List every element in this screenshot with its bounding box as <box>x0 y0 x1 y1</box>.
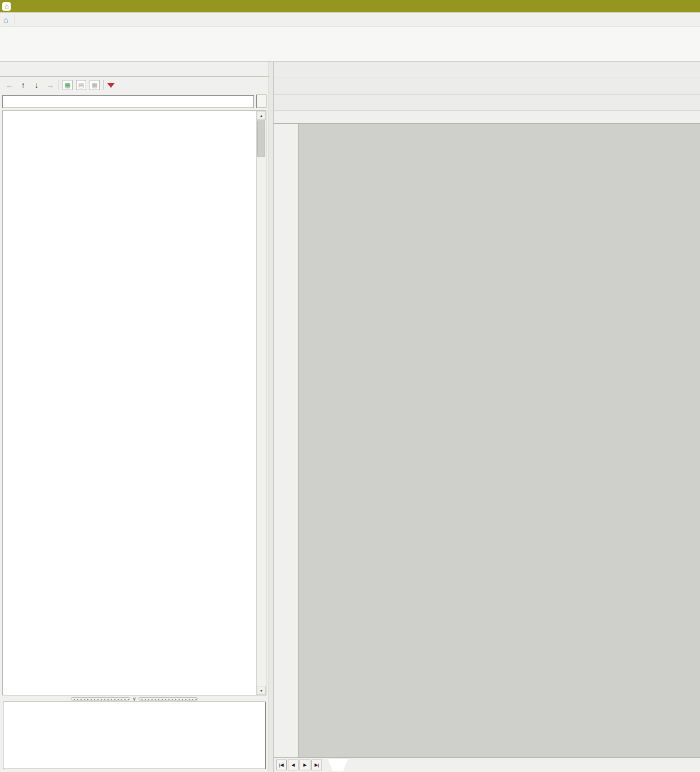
template-tree <box>3 111 256 695</box>
left-panel-tabs <box>0 62 269 77</box>
nav-right-icon[interactable]: → <box>45 81 55 90</box>
tree-container: ▲ ▼ <box>2 110 266 695</box>
example-panel <box>3 702 266 769</box>
home-icon: ⌂ <box>3 15 8 24</box>
example-title <box>3 702 265 705</box>
prev-sheet-icon[interactable]: ◀ <box>288 760 298 770</box>
sheet-panel: |◀ ◀ ▶ ▶| <box>274 62 700 772</box>
first-sheet-icon[interactable]: |◀ <box>276 760 287 770</box>
template-name-box[interactable] <box>2 95 254 108</box>
last-sheet-icon[interactable]: ▶| <box>311 760 322 770</box>
column-headers <box>274 111 700 124</box>
tree-nav-toolbar: ← ↑ ↓ → ▦ ▤ ▦ <box>0 77 269 93</box>
format-toolbar <box>274 62 700 78</box>
nav-separator <box>103 80 104 90</box>
nav-left-icon[interactable]: ← <box>5 81 15 90</box>
sheet-tab-bar: |◀ ◀ ▶ ▶| <box>274 757 700 772</box>
add-table-icon[interactable]: ▦ <box>63 80 73 90</box>
sheet-tab[interactable] <box>328 759 348 771</box>
main-toolbar <box>0 27 700 62</box>
app-logo-icon: ⌂ <box>2 2 11 11</box>
panel-splitter[interactable]: ∨ <box>0 695 269 702</box>
splitter-collapse-icon[interactable]: ∨ <box>132 697 136 701</box>
form-area <box>298 124 699 757</box>
nav-down-icon[interactable]: ↓ <box>32 81 42 90</box>
data-toolbar <box>274 95 700 111</box>
scroll-down-icon[interactable]: ▼ <box>257 686 266 695</box>
splitter-grip[interactable] <box>71 697 130 700</box>
cell-toolbar <box>274 78 700 95</box>
scroll-up-icon[interactable]: ▲ <box>257 111 266 120</box>
scrollbar-track <box>257 157 266 686</box>
row-header-gutter <box>274 124 298 757</box>
filter-funnel-icon[interactable] <box>107 83 115 88</box>
scrollbar-thumb[interactable] <box>257 121 265 157</box>
nav-up-icon[interactable]: ↑ <box>18 81 28 90</box>
menu-item-help[interactable] <box>17 13 29 26</box>
template-selector-row <box>0 93 269 109</box>
tree-scrollbar[interactable]: ▲ ▼ <box>256 111 266 695</box>
switch-template-button[interactable] <box>256 95 266 108</box>
workspace: ← ↑ ↓ → ▦ ▤ ▦ ▲ <box>0 62 700 772</box>
menu-divider <box>15 14 15 25</box>
next-sheet-icon[interactable]: ▶ <box>300 760 310 770</box>
nav-separator <box>59 80 59 90</box>
copy-table-icon[interactable]: ▤ <box>76 80 86 90</box>
app-window: ⌂ ⌂ ← ↑ ↓ → ▦ ▤ ▦ <box>0 0 700 772</box>
title-bar: ⌂ <box>0 0 700 12</box>
splitter-grip[interactable] <box>139 697 198 700</box>
menu-bar: ⌂ <box>0 12 700 27</box>
sheet-body <box>274 124 700 757</box>
remove-table-icon[interactable]: ▦ <box>90 80 100 90</box>
left-panel: ← ↑ ↓ → ▦ ▤ ▦ ▲ <box>0 62 269 772</box>
vertical-splitter[interactable] <box>269 62 274 772</box>
